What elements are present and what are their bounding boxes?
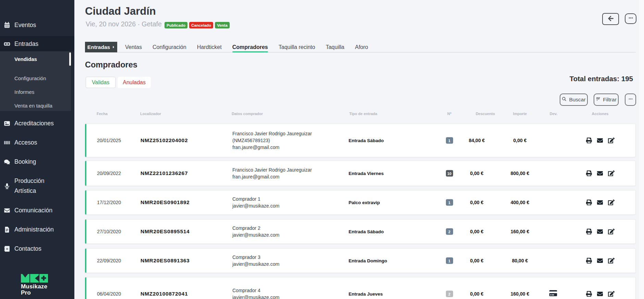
edit-button[interactable] xyxy=(608,200,615,205)
tabs: Ventas Configuración Hardticket Comprado… xyxy=(117,42,368,52)
sort-filter-icon xyxy=(596,97,600,103)
sidebar-submenu-items: Vendidas Configuración Informes Venta en… xyxy=(0,51,71,111)
print-button[interactable] xyxy=(586,138,592,144)
cell-descuento: 0,00 € xyxy=(456,229,497,234)
tab-label: Aforo xyxy=(355,44,368,50)
tab-label: Taquilla recinto xyxy=(279,44,315,50)
sidebar-item[interactable]: Producción Artística xyxy=(0,171,74,201)
datos-line: (NMZ456789123) xyxy=(232,137,312,144)
validity-filter: Validas Anuladas xyxy=(86,77,151,88)
sidebar-submenu-item[interactable]: Informes xyxy=(0,87,71,97)
table-row: 22/09/2020 NMR20ES0891363 Comprador 3jav… xyxy=(85,248,636,273)
edit-button[interactable] xyxy=(608,291,615,297)
table-row: 06/04/2020 NMZ20100872041 Comprador 4jav… xyxy=(85,277,636,299)
cell-tipo-entrada: Entrada Viernes xyxy=(349,171,384,176)
edit-button[interactable] xyxy=(608,229,615,235)
quantity-badge: 1 xyxy=(446,199,453,206)
sidebar-submenu-item[interactable]: Vendidas xyxy=(0,51,71,62)
send-email-button[interactable] xyxy=(597,291,603,297)
sidebar-item-icon xyxy=(4,159,10,165)
send-email-button[interactable] xyxy=(597,258,603,264)
sidebar-main-nav: Eventos Entradas xyxy=(0,15,74,51)
table-row: 17/12/2020 NMR20ES0901892 Comprador 1jav… xyxy=(85,190,636,215)
send-email-button[interactable] xyxy=(597,200,603,205)
sidebar-item[interactable]: Eventos xyxy=(0,15,74,35)
sidebar-item-label: Entradas xyxy=(14,39,38,49)
cell-localizador: NMR20ES0891363 xyxy=(141,258,190,264)
tab[interactable]: Taquilla recinto xyxy=(279,42,315,52)
tab[interactable]: Aforo xyxy=(355,42,368,52)
sidebar-item-label: Administración xyxy=(14,225,54,235)
quantity-badge: 1 xyxy=(446,137,453,144)
print-button[interactable] xyxy=(586,229,592,235)
datos-line: javier@musikaze.com xyxy=(232,261,279,267)
tab[interactable]: Taquilla xyxy=(326,42,344,52)
status-badge: Cancelado xyxy=(189,22,213,28)
buscar-button[interactable]: Buscar xyxy=(560,94,588,106)
cell-fecha: 17/12/2020 xyxy=(97,200,121,205)
submenu-scrollbar-thumb[interactable] xyxy=(69,52,71,66)
datos-line: Francisco Javier Rodrigo Jaureguizar xyxy=(232,166,312,173)
column-header-acciones: Acciones xyxy=(580,112,621,116)
sidebar-item[interactable]: Accesos xyxy=(0,133,74,152)
print-button[interactable] xyxy=(586,171,592,176)
filtrar-button[interactable]: Filtrar xyxy=(594,94,619,106)
datos-line: Comprador 3 xyxy=(232,254,279,261)
logo-name: Musikaze xyxy=(21,284,48,289)
cell-numero: 2 xyxy=(442,291,457,297)
send-email-button[interactable] xyxy=(597,138,603,144)
tab[interactable]: Compradores xyxy=(232,42,268,52)
buyers-table-rows: 20/01/2025 NMZ25102204002 Francisco Javi… xyxy=(85,124,636,299)
main-content: Ciudad Jardín Vie, 20 nov 2026 · Getafe … xyxy=(74,0,644,299)
sidebar-item-icon xyxy=(4,207,10,214)
sidebar-submenu-item-label: Vendidas xyxy=(14,56,37,62)
send-email-button[interactable] xyxy=(597,229,603,235)
edit-button[interactable] xyxy=(608,258,615,264)
back-button[interactable] xyxy=(602,13,619,25)
sidebar-item[interactable]: Contactos xyxy=(0,239,74,258)
tab-label: Configuración xyxy=(153,44,186,50)
datos-line: fran.jaure@gmail.com xyxy=(232,144,312,151)
anuladas-filter-button[interactable]: Anuladas xyxy=(118,77,151,88)
cell-fecha: 22/09/2020 xyxy=(97,258,121,263)
sidebar-item[interactable]: Entradas xyxy=(0,36,74,51)
validas-filter-button[interactable]: Validas xyxy=(86,77,116,88)
cell-tipo-entrada: Entrada Domingo xyxy=(349,258,387,263)
edit-button[interactable] xyxy=(608,171,615,176)
table-more-button[interactable] xyxy=(625,94,636,106)
section-title: Compradores xyxy=(85,60,137,70)
sidebar-item[interactable]: Comunicación xyxy=(0,201,74,220)
tab-label: Ventas xyxy=(125,44,142,50)
header-more-button[interactable] xyxy=(625,13,636,24)
sidebar-submenu-item[interactable]: Venta en taquilla xyxy=(0,100,71,111)
cell-acciones xyxy=(586,171,615,176)
musikaze-logo-icon xyxy=(21,274,48,283)
datos-line: Francisco Javier Rodrigo Jaureguizar xyxy=(232,130,312,137)
total-entradas-label: Total entradas: xyxy=(570,75,619,83)
print-button[interactable] xyxy=(586,258,592,264)
datos-line: javier@musikaze.com xyxy=(232,294,279,299)
sidebar-submenu-item[interactable]: Configuración xyxy=(0,73,71,83)
print-button[interactable] xyxy=(586,291,592,297)
datos-line: javier@musikaze.com xyxy=(232,202,279,209)
column-header-localizador: Localizador xyxy=(140,112,161,116)
edit-button[interactable] xyxy=(608,138,615,144)
sidebar-item-icon xyxy=(4,183,10,189)
tab[interactable]: Ventas xyxy=(125,42,142,52)
quantity-badge: 2 xyxy=(446,228,453,235)
tab[interactable]: Configuración xyxy=(153,42,186,52)
sidebar-item[interactable]: Acreditaciones xyxy=(0,114,74,133)
page-scrollbar-track[interactable] xyxy=(639,0,644,299)
send-email-button[interactable] xyxy=(597,171,603,176)
sidebar-item[interactable]: Booking xyxy=(0,152,74,171)
cell-numero: 1 xyxy=(442,137,457,144)
total-entradas: Total entradas: 195 xyxy=(570,75,633,83)
sidebar-item[interactable]: Administración xyxy=(0,220,74,239)
cell-tipo-entrada: Palco extravip xyxy=(349,200,380,205)
table-header: Fecha Localizador Datos comprador Tipo d… xyxy=(85,112,636,117)
logo-suffix: Pro xyxy=(21,290,48,296)
tab[interactable]: Hardticket xyxy=(197,42,222,52)
tab-entradas-menu[interactable]: Entradas xyxy=(85,42,117,52)
sidebar-item-label: Eventos xyxy=(14,20,36,30)
print-button[interactable] xyxy=(586,200,592,205)
